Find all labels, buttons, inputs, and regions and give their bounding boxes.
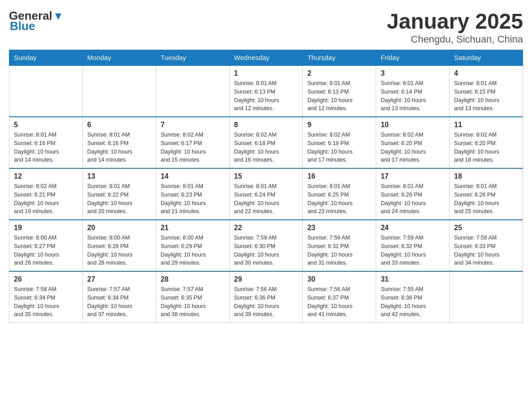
day-cell: 10Sunrise: 8:02 AM Sunset: 6:20 PM Dayli… — [376, 117, 450, 168]
day-number: 22 — [234, 224, 298, 232]
day-info: Sunrise: 7:57 AM Sunset: 6:34 PM Dayligh… — [87, 285, 151, 319]
calendar-table: SundayMondayTuesdayWednesdayThursdayFrid… — [9, 50, 523, 323]
day-info: Sunrise: 8:01 AM Sunset: 6:25 PM Dayligh… — [307, 182, 371, 216]
day-cell: 6Sunrise: 8:01 AM Sunset: 6:16 PM Daylig… — [82, 117, 156, 168]
day-cell: 1Sunrise: 8:01 AM Sunset: 6:13 PM Daylig… — [229, 65, 303, 117]
day-cell: 11Sunrise: 8:02 AM Sunset: 6:20 PM Dayli… — [450, 117, 523, 168]
day-info: Sunrise: 8:01 AM Sunset: 6:15 PM Dayligh… — [454, 79, 518, 113]
logo-triangle-icon — [53, 12, 63, 21]
day-cell: 24Sunrise: 7:59 AM Sunset: 6:32 PM Dayli… — [376, 220, 450, 271]
day-info: Sunrise: 8:02 AM Sunset: 6:20 PM Dayligh… — [381, 131, 445, 164]
day-number: 21 — [161, 224, 225, 232]
day-number: 26 — [14, 275, 78, 283]
day-cell: 22Sunrise: 7:59 AM Sunset: 6:30 PM Dayli… — [229, 220, 303, 271]
day-number: 24 — [381, 224, 445, 232]
day-cell: 2Sunrise: 8:01 AM Sunset: 6:13 PM Daylig… — [303, 65, 376, 117]
weekday-header-wednesday: Wednesday — [229, 50, 303, 66]
day-cell: 16Sunrise: 8:01 AM Sunset: 6:25 PM Dayli… — [303, 168, 376, 220]
day-number: 8 — [234, 121, 298, 129]
day-cell — [450, 271, 523, 323]
day-info: Sunrise: 7:59 AM Sunset: 6:31 PM Dayligh… — [307, 234, 371, 267]
week-row-2: 5Sunrise: 8:01 AM Sunset: 6:16 PM Daylig… — [9, 117, 523, 168]
day-info: Sunrise: 8:01 AM Sunset: 6:26 PM Dayligh… — [381, 182, 445, 216]
day-info: Sunrise: 8:00 AM Sunset: 6:29 PM Dayligh… — [161, 234, 225, 267]
day-number: 17 — [381, 172, 445, 180]
logo-blue-text: Blue — [10, 19, 35, 33]
day-cell: 12Sunrise: 8:02 AM Sunset: 6:21 PM Dayli… — [9, 168, 83, 220]
day-info: Sunrise: 8:01 AM Sunset: 6:26 PM Dayligh… — [454, 182, 518, 216]
title-section: January 2025 Chengdu, Sichuan, China — [387, 9, 523, 45]
day-info: Sunrise: 8:02 AM Sunset: 6:21 PM Dayligh… — [14, 182, 78, 216]
day-info: Sunrise: 7:59 AM Sunset: 6:32 PM Dayligh… — [381, 234, 445, 267]
day-number: 29 — [234, 275, 298, 283]
day-number: 28 — [161, 275, 225, 283]
day-cell: 29Sunrise: 7:56 AM Sunset: 6:36 PM Dayli… — [229, 271, 303, 323]
day-info: Sunrise: 7:56 AM Sunset: 6:36 PM Dayligh… — [234, 285, 298, 319]
day-info: Sunrise: 8:01 AM Sunset: 6:16 PM Dayligh… — [87, 131, 151, 164]
day-cell: 28Sunrise: 7:57 AM Sunset: 6:35 PM Dayli… — [156, 271, 229, 323]
day-info: Sunrise: 8:02 AM Sunset: 6:19 PM Dayligh… — [307, 131, 371, 164]
day-cell: 23Sunrise: 7:59 AM Sunset: 6:31 PM Dayli… — [303, 220, 376, 271]
weekday-header-thursday: Thursday — [303, 50, 376, 66]
day-cell: 15Sunrise: 8:01 AM Sunset: 6:24 PM Dayli… — [229, 168, 303, 220]
week-row-3: 12Sunrise: 8:02 AM Sunset: 6:21 PM Dayli… — [9, 168, 523, 220]
day-cell: 3Sunrise: 8:01 AM Sunset: 6:14 PM Daylig… — [376, 65, 450, 117]
day-info: Sunrise: 7:56 AM Sunset: 6:37 PM Dayligh… — [307, 285, 371, 319]
day-info: Sunrise: 8:01 AM Sunset: 6:24 PM Dayligh… — [234, 182, 298, 216]
day-info: Sunrise: 8:01 AM Sunset: 6:23 PM Dayligh… — [161, 182, 225, 216]
day-info: Sunrise: 8:00 AM Sunset: 6:27 PM Dayligh… — [14, 234, 78, 267]
day-info: Sunrise: 8:02 AM Sunset: 6:18 PM Dayligh… — [234, 131, 298, 164]
day-number: 9 — [307, 121, 371, 129]
day-cell: 18Sunrise: 8:01 AM Sunset: 6:26 PM Dayli… — [450, 168, 523, 220]
day-number: 25 — [454, 224, 518, 232]
logo: General Blue — [9, 9, 63, 33]
day-number: 5 — [14, 121, 78, 129]
day-number: 10 — [381, 121, 445, 129]
day-cell: 31Sunrise: 7:55 AM Sunset: 6:38 PM Dayli… — [376, 271, 450, 323]
day-cell: 8Sunrise: 8:02 AM Sunset: 6:18 PM Daylig… — [229, 117, 303, 168]
weekday-header-tuesday: Tuesday — [156, 50, 229, 66]
weekday-header-row: SundayMondayTuesdayWednesdayThursdayFrid… — [9, 50, 523, 66]
day-info: Sunrise: 7:58 AM Sunset: 6:34 PM Dayligh… — [14, 285, 78, 319]
day-cell: 19Sunrise: 8:00 AM Sunset: 6:27 PM Dayli… — [9, 220, 83, 271]
day-cell: 5Sunrise: 8:01 AM Sunset: 6:16 PM Daylig… — [9, 117, 83, 168]
day-info: Sunrise: 8:01 AM Sunset: 6:13 PM Dayligh… — [307, 79, 371, 113]
day-number: 4 — [454, 69, 518, 77]
weekday-header-saturday: Saturday — [450, 50, 523, 66]
weekday-header-sunday: Sunday — [9, 50, 83, 66]
page-header: General Blue January 2025 Chengdu, Sichu… — [9, 9, 523, 45]
day-number: 12 — [14, 172, 78, 180]
day-number: 13 — [87, 172, 151, 180]
day-cell: 14Sunrise: 8:01 AM Sunset: 6:23 PM Dayli… — [156, 168, 229, 220]
calendar-subtitle: Chengdu, Sichuan, China — [387, 34, 523, 45]
day-number: 16 — [307, 172, 371, 180]
day-cell: 9Sunrise: 8:02 AM Sunset: 6:19 PM Daylig… — [303, 117, 376, 168]
day-info: Sunrise: 8:01 AM Sunset: 6:14 PM Dayligh… — [381, 79, 445, 113]
day-number: 7 — [161, 121, 225, 129]
day-cell: 4Sunrise: 8:01 AM Sunset: 6:15 PM Daylig… — [450, 65, 523, 117]
day-cell: 27Sunrise: 7:57 AM Sunset: 6:34 PM Dayli… — [82, 271, 156, 323]
day-cell: 21Sunrise: 8:00 AM Sunset: 6:29 PM Dayli… — [156, 220, 229, 271]
day-cell: 20Sunrise: 8:00 AM Sunset: 6:28 PM Dayli… — [82, 220, 156, 271]
day-info: Sunrise: 7:59 AM Sunset: 6:30 PM Dayligh… — [234, 234, 298, 267]
weekday-header-friday: Friday — [376, 50, 450, 66]
day-info: Sunrise: 8:02 AM Sunset: 6:20 PM Dayligh… — [454, 131, 518, 164]
day-number: 3 — [381, 69, 445, 77]
day-info: Sunrise: 7:55 AM Sunset: 6:38 PM Dayligh… — [381, 285, 445, 319]
day-cell: 26Sunrise: 7:58 AM Sunset: 6:34 PM Dayli… — [9, 271, 83, 323]
day-cell: 30Sunrise: 7:56 AM Sunset: 6:37 PM Dayli… — [303, 271, 376, 323]
day-cell — [82, 65, 156, 117]
day-cell: 25Sunrise: 7:58 AM Sunset: 6:33 PM Dayli… — [450, 220, 523, 271]
day-cell: 7Sunrise: 8:02 AM Sunset: 6:17 PM Daylig… — [156, 117, 229, 168]
day-cell — [156, 65, 229, 117]
svg-marker-0 — [55, 13, 61, 20]
day-info: Sunrise: 8:01 AM Sunset: 6:13 PM Dayligh… — [234, 79, 298, 113]
day-cell: 17Sunrise: 8:01 AM Sunset: 6:26 PM Dayli… — [376, 168, 450, 220]
day-number: 20 — [87, 224, 151, 232]
calendar-title: January 2025 — [387, 9, 523, 34]
day-number: 31 — [381, 275, 445, 283]
day-cell — [9, 65, 83, 117]
weekday-header-monday: Monday — [82, 50, 156, 66]
day-number: 15 — [234, 172, 298, 180]
day-number: 30 — [307, 275, 371, 283]
